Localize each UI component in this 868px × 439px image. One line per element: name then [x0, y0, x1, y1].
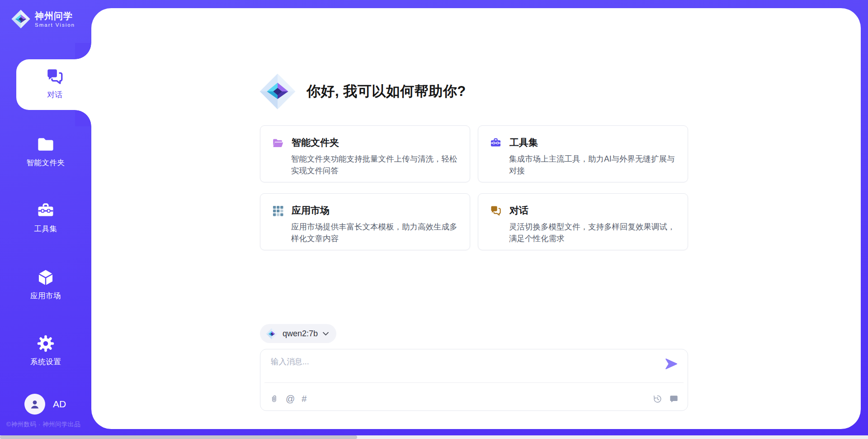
folder-open-icon	[272, 137, 284, 149]
card-description: 应用市场提供丰富长文本模板，助力高效生成多样化文章内容	[291, 221, 458, 244]
diamond-logo-icon	[266, 328, 278, 340]
card-smart-folder[interactable]: 智能文件夹 智能文件夹功能支持批量文件上传与清洗，轻松实现文件问答	[260, 125, 470, 182]
sidebar-item-label: 工具集	[0, 224, 91, 234]
chat-icon	[490, 205, 502, 217]
card-app-market[interactable]: 应用市场 应用市场提供丰富长文本模板，助力高效生成多样化文章内容	[260, 193, 470, 250]
card-title: 对话	[509, 204, 528, 217]
brand-name: 神州问学	[35, 10, 75, 21]
history-icon[interactable]	[653, 394, 662, 404]
at-icon[interactable]: @	[286, 394, 295, 404]
gear-icon	[36, 334, 55, 353]
sidebar: 神州问学 Smart Vision 对话 智能文件夹 工具集	[0, 0, 91, 439]
card-description: 智能文件夹功能支持批量文件上传与清洗，轻松实现文件问答	[291, 153, 458, 177]
brand-subtitle: Smart Vision	[35, 22, 75, 28]
sidebar-item-toolset[interactable]: 工具集	[0, 201, 91, 234]
scrollbar-thumb[interactable]	[0, 435, 357, 439]
briefcase-icon	[36, 201, 55, 220]
card-title: 应用市场	[292, 204, 330, 217]
model-name: qwen2:7b	[283, 329, 318, 339]
greeting-text: 你好, 我可以如何帮助你?	[307, 82, 466, 101]
card-title: 工具集	[509, 136, 538, 149]
composer-toolbar: @ #	[269, 394, 307, 404]
card-chat[interactable]: 对话 灵活切换多模型文件，支持多样回复效果调试，满足个性化需求	[478, 193, 688, 250]
horizontal-scrollbar[interactable]	[0, 435, 868, 439]
sidebar-item-app-market[interactable]: 应用市场	[0, 268, 91, 301]
sidebar-item-label: 智能文件夹	[0, 158, 91, 168]
chat-icon	[45, 67, 64, 86]
greeting: 你好, 我可以如何帮助你?	[259, 72, 466, 111]
message-input[interactable]	[271, 356, 651, 379]
briefcase-icon	[490, 137, 502, 149]
card-toolset[interactable]: 工具集 集成市场上主流工具，助力AI与外界无缝扩展与对接	[478, 125, 688, 182]
diamond-logo-icon	[259, 72, 297, 111]
card-description: 集成市场上主流工具，助力AI与外界无缝扩展与对接	[509, 153, 676, 177]
grid-icon	[272, 205, 284, 217]
composer-right-actions	[653, 394, 679, 404]
sidebar-item-chat[interactable]: 对话	[16, 59, 93, 110]
feedback-bubble-icon[interactable]	[669, 394, 679, 404]
sidebar-item-settings[interactable]: 系统设置	[0, 334, 91, 367]
message-composer: @ #	[260, 349, 688, 411]
chevron-down-icon	[323, 332, 329, 336]
tab-curve-bottom	[75, 110, 91, 126]
model-selector[interactable]: qwen2:7b	[260, 324, 336, 343]
card-title: 智能文件夹	[292, 136, 339, 149]
user-account[interactable]: AD	[24, 394, 66, 415]
avatar	[24, 394, 45, 415]
sidebar-item-label: 应用市场	[0, 291, 91, 301]
copyright: ©神州数码 · 神州问学出品	[6, 420, 80, 429]
sidebar-item-label: 系统设置	[0, 357, 91, 367]
user-name: AD	[53, 399, 66, 410]
sidebar-item-smart-folder[interactable]: 智能文件夹	[0, 135, 91, 168]
hash-icon[interactable]: #	[302, 394, 307, 404]
paperclip-icon[interactable]	[269, 394, 279, 404]
feature-cards: 智能文件夹 智能文件夹功能支持批量文件上传与清洗，轻松实现文件问答 工具集 集成…	[260, 125, 688, 250]
sidebar-item-label: 对话	[16, 90, 93, 100]
tab-curve-top	[75, 43, 91, 59]
cube-icon	[36, 268, 55, 287]
diamond-logo-icon	[11, 9, 31, 29]
send-icon[interactable]	[665, 357, 678, 371]
folder-icon	[36, 135, 55, 154]
brand: 神州问学 Smart Vision	[11, 9, 75, 29]
card-description: 灵活切换多模型文件，支持多样回复效果调试，满足个性化需求	[509, 221, 676, 244]
composer-divider	[264, 382, 684, 383]
person-icon	[28, 397, 42, 411]
